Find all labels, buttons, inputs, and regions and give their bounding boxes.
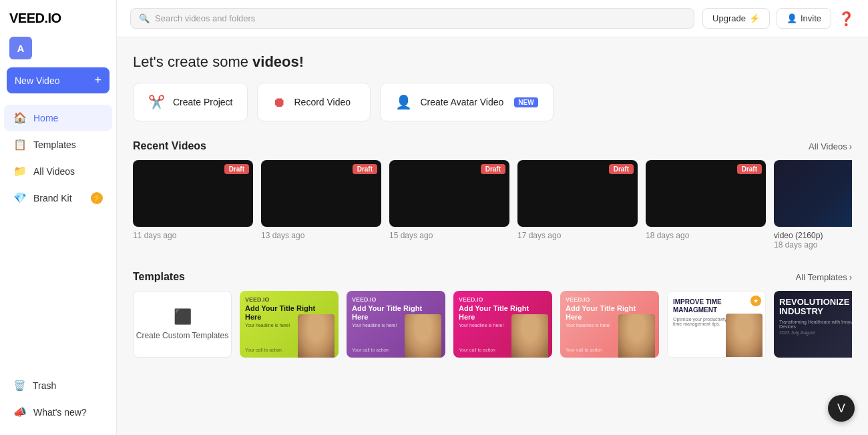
record-video-card[interactable]: ⏺ Record Video bbox=[257, 83, 371, 121]
video-thumbnail: Draft bbox=[517, 160, 638, 227]
chat-bubble[interactable]: V bbox=[828, 395, 855, 422]
video-thumb[interactable]: Draft 13 days ago bbox=[261, 160, 381, 250]
template-person bbox=[511, 314, 548, 358]
template-veed-label: VEED.IO bbox=[245, 296, 333, 303]
sidebar-nav: 🏠 Home 📋 Templates 📁 All Videos 💎 Brand … bbox=[0, 104, 116, 372]
template-card[interactable]: VEED.IO Add Your Title Right Here Your h… bbox=[453, 291, 552, 358]
help-icon: ❓ bbox=[838, 11, 855, 26]
invite-label: Invite bbox=[801, 13, 821, 23]
template-title: REVOLUTIONIZE YOUR INDUSTRY bbox=[779, 298, 852, 317]
video-name: video (2160p) bbox=[774, 231, 852, 240]
invite-icon: 👤 bbox=[787, 13, 797, 23]
new-video-label: New Video bbox=[15, 75, 59, 86]
video-meta: 17 days ago bbox=[517, 231, 638, 240]
draft-badge: Draft bbox=[481, 164, 505, 174]
search-icon: 🔍 bbox=[139, 13, 150, 23]
plus-icon: + bbox=[94, 73, 101, 87]
sidebar-item-brand-kit[interactable]: 💎 Brand Kit ⚡ bbox=[4, 185, 112, 211]
record-icon: ⏺ bbox=[272, 95, 286, 110]
templates-icon: 📋 bbox=[13, 138, 27, 151]
logo: VEED.IO bbox=[9, 11, 61, 25]
logo-area: VEED.IO bbox=[0, 0, 116, 33]
main-content: 🔍 Search videos and folders Upgrade ⚡ 👤 … bbox=[117, 0, 868, 435]
star-badge: ★ bbox=[750, 296, 761, 306]
template-card[interactable]: VEED.IO Add Your Title Right Here Your h… bbox=[347, 291, 445, 358]
invite-button[interactable]: 👤 Invite bbox=[777, 8, 831, 29]
video-age: 17 days ago bbox=[517, 231, 561, 240]
video-age: 11 days ago bbox=[133, 231, 176, 240]
chevron-right-icon: › bbox=[849, 141, 852, 151]
home-icon: 🏠 bbox=[13, 111, 27, 124]
draft-badge: Draft bbox=[737, 164, 762, 174]
person-face bbox=[511, 314, 548, 358]
video-thumbnail: Draft bbox=[133, 160, 253, 227]
video-age: 15 days ago bbox=[389, 231, 433, 240]
trash-icon: 🗑️ bbox=[13, 380, 26, 392]
video-thumb[interactable]: Draft 17 days ago bbox=[517, 160, 638, 250]
template-overlay: REVOLUTIONIZE YOUR INDUSTRY Transforming… bbox=[774, 291, 852, 358]
avatar-video-label: Create Avatar Video bbox=[420, 97, 503, 107]
draft-badge: Draft bbox=[224, 164, 249, 174]
recent-videos-row: Draft 11 days ago Draft 13 days ago Draf… bbox=[133, 160, 852, 252]
custom-template-icon: ⬛ bbox=[174, 308, 192, 326]
sidebar-label-templates: Templates bbox=[33, 139, 76, 150]
templates-title: Templates bbox=[133, 271, 185, 283]
person-face bbox=[726, 314, 763, 357]
template-veed-label: VEED.IO bbox=[566, 296, 654, 303]
avatar-video-card[interactable]: 👤 Create Avatar Video NEW bbox=[380, 83, 553, 121]
template-subtitle: Transforming Healthcare with Innovative … bbox=[779, 320, 852, 329]
new-video-button[interactable]: New Video + bbox=[7, 67, 110, 93]
create-custom-template[interactable]: ⬛ Create Custom Templates bbox=[133, 291, 232, 358]
sidebar-item-trash[interactable]: 🗑️ Trash bbox=[4, 373, 112, 398]
sidebar-item-all-videos[interactable]: 📁 All Videos bbox=[4, 158, 112, 184]
search-bar[interactable]: 🔍 Search videos and folders bbox=[130, 8, 694, 29]
create-project-label: Create Project bbox=[173, 97, 232, 107]
sidebar-item-home[interactable]: 🏠 Home bbox=[4, 105, 112, 131]
all-videos-link[interactable]: All Videos › bbox=[809, 141, 852, 151]
header: 🔍 Search videos and folders Upgrade ⚡ 👤 … bbox=[117, 0, 868, 37]
sidebar-label-all-videos: All Videos bbox=[33, 166, 75, 177]
video-thumb[interactable]: Draft 18 days ago bbox=[646, 160, 766, 250]
search-placeholder: Search videos and folders bbox=[155, 13, 255, 23]
video-thumb[interactable]: Draft 11 days ago bbox=[133, 160, 253, 250]
help-button[interactable]: ❓ bbox=[838, 11, 855, 27]
sidebar-label-trash: Trash bbox=[33, 380, 56, 391]
templates-header: Templates All Templates › bbox=[133, 271, 852, 283]
sidebar-bottom: 🗑️ Trash 📣 What's new? bbox=[0, 372, 116, 435]
upgrade-label: Upgrade bbox=[712, 13, 746, 23]
person-face bbox=[618, 314, 655, 358]
video-age: 13 days ago bbox=[261, 231, 304, 240]
all-templates-link[interactable]: All Templates › bbox=[796, 272, 852, 282]
action-cards: ✂️ Create Project ⏺ Record Video 👤 Creat… bbox=[133, 83, 852, 121]
chevron-right-icon: › bbox=[849, 272, 852, 282]
video-thumbnail: Draft bbox=[646, 160, 766, 227]
brand-icon: 💎 bbox=[13, 191, 27, 204]
templates-row: ⬛ Create Custom Templates VEED.IO Add Yo… bbox=[133, 291, 852, 360]
template-veed-label: VEED.IO bbox=[459, 296, 547, 303]
template-card[interactable]: REVOLUTIONIZE YOUR INDUSTRY Transforming… bbox=[774, 291, 852, 358]
folder-icon: 📁 bbox=[13, 165, 27, 177]
upgrade-button[interactable]: Upgrade ⚡ bbox=[702, 8, 770, 29]
template-card[interactable]: VEED.IO Add Your Title Right Here Your h… bbox=[560, 291, 659, 358]
create-project-card[interactable]: ✂️ Create Project bbox=[133, 83, 248, 121]
all-videos-link-label: All Videos bbox=[809, 141, 847, 151]
template-date: 2023 July August bbox=[779, 330, 852, 335]
template-person bbox=[405, 314, 441, 358]
welcome-title: Let's create some videos! bbox=[133, 53, 852, 71]
template-card[interactable]: IMPROVE TIME MANAGMENT Optimize your pro… bbox=[667, 291, 766, 358]
template-veed-label: VEED.IO bbox=[352, 296, 440, 303]
recent-videos-header: Recent Videos All Videos › bbox=[133, 140, 852, 152]
draft-badge: Draft bbox=[609, 164, 634, 174]
template-person bbox=[726, 314, 763, 357]
video-meta: video (2160p) 18 days ago bbox=[774, 231, 852, 250]
video-thumb[interactable]: Draft 00:31 video (2160p) 18 days ago bbox=[774, 160, 852, 250]
bolt-icon: ⚡ bbox=[749, 13, 760, 23]
record-video-label: Record Video bbox=[294, 97, 351, 107]
template-card[interactable]: VEED.IO Add Your Title Right Here Your h… bbox=[240, 291, 339, 358]
sidebar-item-templates[interactable]: 📋 Templates bbox=[4, 131, 112, 157]
avatar[interactable]: A bbox=[9, 37, 32, 59]
sidebar-label-whats-new: What's new? bbox=[33, 407, 87, 418]
sidebar-item-whats-new[interactable]: 📣 What's new? bbox=[4, 399, 112, 425]
video-thumb[interactable]: Draft 15 days ago bbox=[389, 160, 509, 250]
template-title: IMPROVE TIME MANAGMENT bbox=[673, 298, 760, 314]
